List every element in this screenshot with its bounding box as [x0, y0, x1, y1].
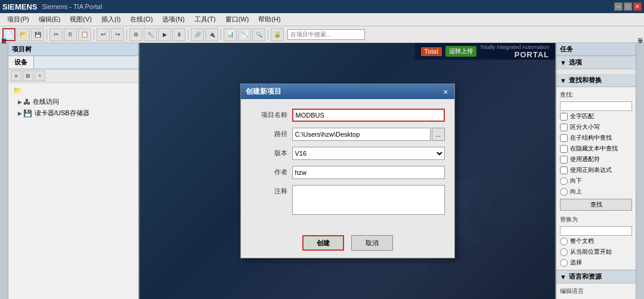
project-tree-header: 项目树: [8, 43, 138, 56]
up-radio[interactable]: [560, 188, 568, 196]
cut-btn[interactable]: ✂: [49, 28, 63, 41]
substructure-checkbox[interactable]: [560, 134, 568, 142]
dialog-path-input[interactable]: [292, 128, 431, 141]
dialog-row-name: 项目名称: [250, 109, 445, 122]
save-btn[interactable]: 💾: [31, 28, 44, 41]
dialog-browse-btn[interactable]: ...: [432, 128, 445, 141]
tree-list-icon[interactable]: ⊞: [23, 70, 33, 81]
toolbar-btn5[interactable]: 📊: [224, 28, 237, 41]
option-down: 向下: [560, 175, 632, 186]
tree-item-online[interactable]: ▶ 🖧 在线访问: [11, 96, 136, 107]
menu-help[interactable]: 帮助(H): [253, 14, 285, 25]
title-text: Siemens - TIA Portal: [42, 3, 614, 10]
down-radio[interactable]: [560, 177, 568, 185]
toolbar-btn4[interactable]: ⏸: [172, 28, 185, 41]
section-language[interactable]: ▼ 语言和资源: [556, 270, 636, 283]
menu-project[interactable]: 项目(P): [2, 14, 34, 25]
whole-doc-radio[interactable]: [560, 238, 568, 245]
lock-btn[interactable]: 🔒: [271, 28, 284, 41]
selection-radio[interactable]: [560, 259, 568, 267]
tab-devices[interactable]: 设备: [8, 56, 34, 69]
dialog-name-label: 项目名称: [250, 109, 292, 119]
option-hidden: 在隐藏文本中查找: [560, 143, 632, 154]
option-wildcard: 使用通配符: [560, 154, 632, 165]
option-substructure: 在子结构中查找: [560, 132, 632, 143]
dialog-footer: 创建 取消: [241, 230, 454, 258]
dialog-author-label: 作者: [250, 166, 292, 177]
menu-tools[interactable]: 工具(T): [190, 14, 221, 25]
menu-online[interactable]: 在线(O): [125, 14, 157, 25]
new-project-btn[interactable]: 📄: [2, 28, 16, 41]
option-fullword: 全字匹配: [560, 111, 632, 122]
section-options[interactable]: ▼ 选项: [556, 56, 636, 69]
open-btn[interactable]: 📂: [17, 28, 30, 41]
menu-edit[interactable]: 编辑(E): [34, 14, 66, 25]
menu-view[interactable]: 视图(V): [65, 14, 97, 25]
minimize-btn[interactable]: ─: [614, 2, 623, 11]
offline-btn[interactable]: 🔌: [205, 28, 218, 41]
chevron-options-icon: ▼: [560, 59, 566, 66]
workspace: Total 运转上传 Totally Integrated Automation…: [140, 43, 555, 299]
chevron-language-icon: ▼: [560, 273, 566, 280]
dialog-comment-textarea[interactable]: [292, 185, 445, 215]
tree-item-usb[interactable]: ▶ 💾 读卡器/USB存储器: [11, 107, 136, 119]
language-content: 编辑语言: [556, 283, 636, 299]
vtab-project-label[interactable]: 项目树: [0, 45, 9, 50]
menu-window[interactable]: 窗口(W): [221, 14, 254, 25]
dialog-titlebar: 创建新项目 ×: [241, 84, 454, 99]
network-icon: 🖧: [23, 98, 30, 106]
vtab-right-label[interactable]: 任务: [635, 45, 644, 50]
sep3: [126, 29, 127, 40]
tree-add-icon[interactable]: +: [35, 70, 45, 81]
redo-btn[interactable]: ↪: [111, 28, 124, 41]
section-find-replace-label: 查找和替换: [569, 76, 602, 85]
maximize-btn[interactable]: □: [624, 2, 632, 11]
menu-options[interactable]: 选项(N): [157, 14, 189, 25]
toolbar-btn2[interactable]: 🔧: [144, 28, 157, 41]
option-regex: 使用正则表达式: [560, 165, 632, 175]
menu-insert[interactable]: 插入(I): [97, 14, 125, 25]
project-tree-panel: 项目树 设备 ≡ ⊞ + 📁 ▶ 🖧 在线访问 ▶ 💾 读卡器/USB存储器: [8, 43, 140, 299]
dialog-create-btn[interactable]: 创建: [302, 235, 344, 251]
from-current-radio[interactable]: [560, 248, 568, 256]
fullword-checkbox[interactable]: [560, 113, 568, 121]
dialog-close-btn[interactable]: ×: [442, 87, 449, 97]
dialog-path-label: 路径: [250, 128, 292, 138]
toolbar-btn3[interactable]: ▶: [158, 28, 171, 41]
right-panel-header: 任务: [556, 43, 636, 56]
close-btn[interactable]: ✕: [633, 2, 642, 11]
toolbar-btn1[interactable]: ⚙: [129, 28, 143, 41]
dialog-name-input[interactable]: [292, 109, 445, 122]
dialog-version-select[interactable]: V16 V15 V14: [292, 147, 445, 160]
section-find-replace[interactable]: ▼ 查找和替换: [556, 74, 636, 87]
find-input[interactable]: [560, 101, 632, 111]
section-language-label: 语言和资源: [569, 272, 602, 281]
replace-input[interactable]: [560, 226, 632, 236]
tree-menu-icon[interactable]: ≡: [11, 70, 21, 81]
toolbar-btn7[interactable]: 🔍: [252, 28, 265, 41]
main-area: 项目树 项目树 设备 ≡ ⊞ + 📁 ▶ 🖧 在线访问 ▶ 💾 读卡: [0, 43, 644, 299]
find-btn[interactable]: 查找: [560, 199, 632, 211]
online-btn[interactable]: 🔗: [191, 28, 204, 41]
undo-btn[interactable]: ↩: [97, 28, 110, 41]
sep2: [94, 29, 94, 40]
dialog-comment-label: 注释: [250, 185, 292, 196]
titlebar: SIEMENS Siemens - TIA Portal ─ □ ✕: [0, 0, 644, 13]
find-label: 查找:: [560, 90, 632, 100]
dialog-row-path: 路径 ...: [250, 128, 445, 141]
toolbar-btn6[interactable]: 📉: [238, 28, 251, 41]
regex-checkbox[interactable]: [560, 167, 568, 174]
search-input[interactable]: [287, 29, 365, 40]
substructure-label: 在子结构中查找: [570, 134, 612, 142]
expand-icon2: ▶: [18, 110, 22, 116]
wildcard-checkbox[interactable]: [560, 156, 568, 164]
paste-btn[interactable]: 📋: [78, 28, 91, 41]
tree-item-root[interactable]: 📁: [11, 85, 136, 96]
hidden-checkbox[interactable]: [560, 145, 568, 153]
case-checkbox[interactable]: [560, 124, 568, 131]
fullword-label: 全字匹配: [570, 112, 594, 121]
dialog-cancel-btn[interactable]: 取消: [351, 235, 393, 251]
copy-btn[interactable]: ⎘: [64, 28, 77, 41]
dialog-author-input[interactable]: [292, 166, 445, 179]
options-content: [556, 69, 636, 74]
